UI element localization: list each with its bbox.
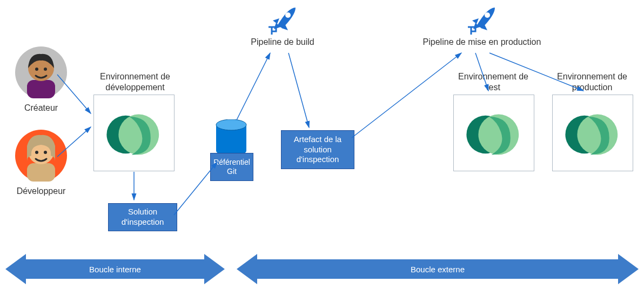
- svg-line-26: [352, 53, 461, 138]
- arrows-layer: [0, 0, 644, 295]
- svg-line-28: [489, 53, 583, 91]
- svg-line-20: [57, 75, 91, 113]
- svg-line-27: [475, 53, 488, 91]
- svg-line-24: [237, 53, 270, 120]
- svg-line-23: [174, 162, 217, 215]
- svg-line-25: [289, 53, 309, 128]
- svg-line-21: [57, 127, 91, 157]
